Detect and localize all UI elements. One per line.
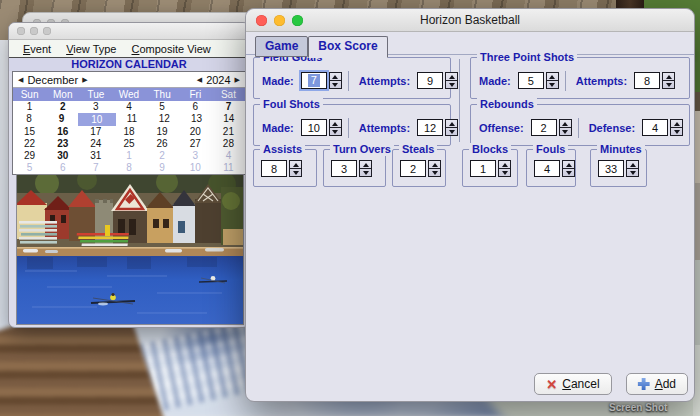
field-goals-made-decrement[interactable] [330, 80, 341, 88]
calendar-day[interactable]: 13 [180, 113, 212, 126]
rebounds-defense-input[interactable]: 4 [642, 119, 668, 136]
menu-event[interactable]: Event [23, 43, 51, 55]
turn-overs-decrement[interactable] [360, 168, 371, 176]
rebounds-offense-input[interactable]: 2 [531, 119, 557, 136]
calendar-day[interactable]: 31 [79, 150, 112, 162]
three-point-shots-attempts-input[interactable]: 8 [634, 72, 660, 89]
calendar-day[interactable]: 4 [112, 101, 145, 113]
calendar-day[interactable]: 25 [112, 138, 145, 150]
fouls-decrement[interactable] [563, 168, 574, 176]
field-goals-made-increment[interactable] [330, 73, 341, 80]
calendar-day[interactable]: 17 [79, 126, 112, 138]
prev-month-icon[interactable]: ◀ [18, 76, 23, 83]
zoom-icon[interactable] [43, 27, 51, 35]
calendar-day[interactable]: 3 [179, 150, 212, 162]
three-point-shots-made-decrement[interactable] [547, 80, 558, 88]
calendar-day[interactable]: 21 [212, 126, 245, 138]
calendar-day[interactable]: 10 [179, 162, 212, 174]
calendar-day[interactable]: 5 [13, 162, 46, 174]
minutes-input[interactable]: 33 [598, 160, 624, 177]
rebounds-defense-decrement[interactable] [671, 127, 682, 135]
calendar-day[interactable]: 22 [13, 138, 46, 150]
calendar-day[interactable]: 28 [212, 138, 245, 150]
three-point-shots-attempts-decrement[interactable] [663, 80, 674, 88]
calendar-day[interactable]: 8 [112, 162, 145, 174]
calendar-day[interactable]: 2 [146, 150, 179, 162]
turn-overs-input[interactable]: 3 [331, 160, 357, 177]
blocks-decrement[interactable] [499, 168, 510, 176]
calendar-day[interactable]: 19 [146, 126, 179, 138]
three-point-shots-attempts-increment[interactable] [663, 73, 674, 80]
assists-input[interactable]: 8 [261, 160, 287, 177]
close-icon[interactable] [17, 27, 25, 35]
foul-shots-made-input[interactable]: 10 [301, 119, 327, 136]
rebounds-offense-increment[interactable] [560, 120, 571, 127]
calendar-day[interactable]: 11 [116, 113, 148, 126]
blocks-increment[interactable] [499, 161, 510, 168]
calendar-day[interactable]: 1 [13, 101, 46, 113]
calendar-day[interactable]: 26 [146, 138, 179, 150]
menu-composite-view[interactable]: Composite View [132, 43, 211, 55]
add-button[interactable]: Add [626, 373, 688, 395]
minimize-icon[interactable] [30, 27, 38, 35]
calendar-day[interactable]: 8 [13, 113, 45, 126]
zoom-icon[interactable] [292, 15, 303, 26]
fouls-input[interactable]: 4 [534, 160, 560, 177]
calendar-day[interactable]: 4 [212, 150, 245, 162]
next-year-icon[interactable]: ▶ [235, 76, 240, 83]
three-point-shots-made-input[interactable]: 5 [518, 72, 544, 89]
assists-increment[interactable] [290, 161, 301, 168]
calendar-day[interactable]: 7 [212, 101, 245, 113]
calendar-day[interactable]: 11 [212, 162, 245, 174]
foul-shots-made-increment[interactable] [330, 120, 341, 127]
calendar-day[interactable]: 29 [13, 150, 46, 162]
foul-shots-attempts-increment[interactable] [446, 120, 457, 127]
close-icon[interactable] [256, 15, 267, 26]
rebounds-defense-increment[interactable] [671, 120, 682, 127]
field-goals-attempts-increment[interactable] [446, 73, 457, 80]
rebounds-offense-decrement[interactable] [560, 127, 571, 135]
minutes-increment[interactable] [627, 161, 638, 168]
calendar-day[interactable]: 18 [112, 126, 145, 138]
assists-decrement[interactable] [290, 168, 301, 176]
blocks-input[interactable]: 1 [470, 160, 496, 177]
steals-input[interactable]: 2 [400, 160, 426, 177]
cancel-button[interactable]: Cancel [534, 373, 611, 395]
calendar-day[interactable]: 23 [46, 138, 79, 150]
calendar-day[interactable]: 9 [146, 162, 179, 174]
calendar-day[interactable]: 6 [46, 162, 79, 174]
fouls-increment[interactable] [563, 161, 574, 168]
foul-shots-attempts-input[interactable]: 12 [417, 119, 443, 136]
calendar-day[interactable]: 1 [112, 150, 145, 162]
basketball-titlebar[interactable]: Horizon Basketball [246, 9, 694, 32]
three-point-shots-made-increment[interactable] [547, 73, 558, 80]
steals-increment[interactable] [429, 161, 440, 168]
calendar-day[interactable]: 24 [79, 138, 112, 150]
field-goals-attempts-input[interactable]: 9 [417, 72, 443, 89]
calendar-day[interactable]: 20 [179, 126, 212, 138]
tab-box-score[interactable]: Box Score [308, 36, 387, 58]
calendar-day[interactable]: 14 [213, 113, 245, 126]
minimize-icon[interactable] [274, 15, 285, 26]
menu-view-type[interactable]: View Type [66, 43, 116, 55]
calendar-day[interactable]: 16 [46, 126, 79, 138]
foul-shots-attempts-decrement[interactable] [446, 127, 457, 135]
calendar-day[interactable]: 12 [148, 113, 180, 126]
calendar-day[interactable]: 2 [46, 101, 79, 113]
minutes-decrement[interactable] [627, 168, 638, 176]
next-month-icon[interactable]: ▶ [82, 76, 87, 83]
turn-overs-increment[interactable] [360, 161, 371, 168]
calendar-day[interactable]: 7 [79, 162, 112, 174]
calendar-day[interactable]: 30 [46, 150, 79, 162]
calendar-day[interactable]: 15 [13, 126, 46, 138]
calendar-day[interactable]: 27 [179, 138, 212, 150]
tab-game[interactable]: Game [255, 36, 308, 57]
calendar-day[interactable]: 9 [45, 113, 77, 126]
foul-shots-made-decrement[interactable] [330, 127, 341, 135]
prev-year-icon[interactable]: ◀ [197, 76, 202, 83]
desktop-icon-label[interactable]: Screen Shot [609, 402, 667, 413]
calendar-day-selected[interactable]: 10 [78, 113, 116, 126]
calendar-day[interactable]: 3 [79, 101, 112, 113]
calendar-titlebar[interactable] [9, 23, 249, 40]
calendar-day[interactable]: 5 [146, 101, 179, 113]
